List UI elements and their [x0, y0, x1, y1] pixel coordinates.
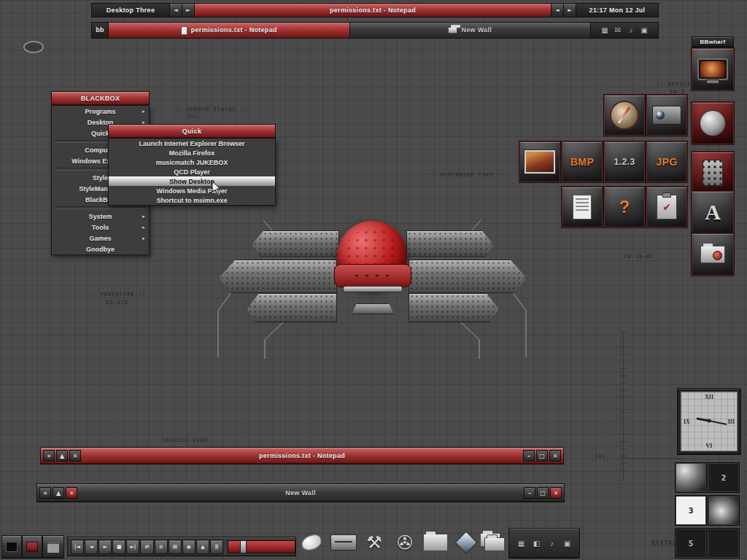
wharf-letter-a-icon[interactable]: A — [692, 191, 734, 233]
jpg-tile[interactable]: JPG — [646, 141, 687, 182]
task-notepad[interactable]: permissions.txt - Notepad — [109, 23, 350, 38]
corner-window-tile[interactable] — [42, 535, 64, 559]
pager-desktop-4[interactable] — [708, 495, 740, 526]
wharf-monitor-icon[interactable] — [692, 48, 734, 90]
maximize-button[interactable]: □ — [536, 450, 548, 462]
media-next-button[interactable]: ►| — [126, 540, 139, 554]
pager-desktop-5[interactable]: 5 — [675, 528, 707, 559]
submenu-item-msimn[interactable]: Shortcut to msimn.exe — [109, 195, 275, 205]
submenu-item-ie[interactable]: Launch Internet Explorer Browser — [109, 139, 275, 148]
dock-folder[interactable] — [422, 526, 449, 559]
tray-display-icon[interactable]: ▦ — [600, 25, 611, 36]
window-next-button[interactable]: ► — [563, 4, 576, 17]
menu-separator — [55, 206, 145, 209]
media-shuffle-button[interactable]: ⇄ — [140, 540, 153, 554]
task-new-wall[interactable]: New Wall — [350, 23, 592, 38]
photo-tile[interactable] — [519, 141, 560, 182]
menu-item-goodbye[interactable]: Goodbye — [52, 244, 149, 254]
document-tile[interactable] — [562, 187, 603, 228]
window-notepad-titlebar[interactable]: permissions.txt - Notepad » ▲ ✕ – □ ✕ — [40, 447, 564, 464]
tray-audio-icon[interactable]: ♪ — [546, 538, 557, 549]
submenu-item-show-desktop[interactable]: Show Desktop — [109, 176, 275, 186]
submenu-item-qcd[interactable]: QCD Player — [109, 167, 275, 176]
clock-label: 21:17 Mon 12 Jul — [576, 4, 658, 17]
wharf-browser-icon[interactable] — [692, 102, 734, 144]
pager-desktop-6[interactable] — [708, 528, 740, 559]
dock-drive[interactable] — [330, 526, 357, 559]
window-menu-button[interactable]: ✕ — [66, 487, 77, 499]
letter-a-icon: A — [705, 200, 721, 225]
tray-network-icon[interactable]: ▣ — [639, 25, 650, 36]
window-new-wall-titlebar[interactable]: New Wall » ▲ ✕ – □ ✕ — [36, 483, 565, 502]
window-stick-button[interactable]: » — [39, 487, 51, 499]
media-record-button[interactable]: ◉ — [182, 540, 196, 554]
minimize-button[interactable]: – — [523, 450, 535, 462]
robot-trim — [343, 286, 403, 292]
volume-slider[interactable] — [228, 540, 295, 553]
workspace-next-button[interactable]: ► — [182, 4, 195, 17]
submenu-item-firefox[interactable]: Mozilla Firefox — [109, 148, 275, 158]
submenu-item-jukebox[interactable]: musicmatch JUKEBOX — [109, 158, 275, 167]
projector-tile[interactable] — [646, 95, 687, 136]
media-play-button[interactable]: ► — [98, 540, 112, 554]
tray-volume-icon[interactable]: ♪ — [626, 25, 637, 36]
clock-widget: XII III VI IX — [677, 388, 741, 455]
task-label: permissions.txt - Notepad — [191, 27, 277, 34]
close-button[interactable]: ✕ — [549, 450, 561, 462]
pager-desktop-2[interactable]: 2 — [708, 462, 740, 493]
dock-sculpture[interactable] — [298, 526, 325, 559]
media-prev-button[interactable]: |◄ — [71, 540, 84, 554]
workspace-prev-button[interactable]: ◄ — [170, 4, 182, 17]
compass-tile[interactable] — [604, 95, 645, 136]
window-title: permissions.txt - Notepad — [41, 453, 563, 459]
folder-icon — [448, 27, 457, 34]
corner-screen-tile[interactable] — [1, 535, 22, 559]
ruler-value-label: 241 — [595, 454, 606, 459]
media-playlist-button[interactable]: ≡ — [155, 540, 168, 554]
pager-desktop-1[interactable] — [675, 462, 707, 493]
media-library-button[interactable]: ▤ — [169, 540, 182, 554]
clipboard-tile[interactable]: ✔ — [646, 187, 687, 228]
window-menu-button[interactable]: ✕ — [69, 450, 81, 462]
window-prev-button[interactable]: ◄ — [551, 4, 563, 17]
black-screen-icon — [6, 542, 18, 552]
tray-display-icon[interactable]: ▣ — [562, 538, 573, 549]
slider-knob[interactable] — [240, 540, 247, 553]
bmp-tile[interactable]: BMP — [562, 141, 603, 182]
pager-desktop-3[interactable]: 3 — [675, 495, 707, 526]
dock-reel[interactable]: ✇ — [391, 526, 419, 559]
close-button[interactable]: ✕ — [550, 487, 562, 499]
minimize-button[interactable]: – — [524, 487, 535, 499]
corner-red-tile[interactable] — [22, 535, 42, 559]
projector-icon — [652, 106, 681, 125]
calc-tile[interactable]: 1.2.3 — [604, 141, 645, 182]
window-stick-button[interactable]: » — [43, 450, 55, 462]
maximize-button[interactable]: □ — [537, 487, 549, 499]
media-rewind-button[interactable]: ◄ — [85, 540, 98, 554]
bb-button[interactable]: bb — [92, 23, 109, 38]
menu-item-games[interactable]: Games► — [52, 233, 149, 244]
tray-mail-icon[interactable]: ✉ — [613, 25, 624, 36]
tray-screen-icon[interactable]: ▦ — [516, 538, 527, 549]
media-eject-button[interactable]: ▲ — [196, 540, 209, 554]
dock-crystal[interactable] — [452, 526, 480, 559]
robot-panel — [252, 230, 339, 257]
clock-face: XII III VI IX — [681, 392, 738, 451]
wharf-folder-icon[interactable] — [692, 233, 734, 276]
dock-folders[interactable] — [479, 526, 508, 559]
help-tile[interactable]: ? — [604, 187, 645, 228]
dock-tools[interactable]: ⚒ — [360, 526, 388, 559]
tray-panel-icon[interactable]: ◧ — [531, 538, 542, 549]
media-options-button[interactable]: ≣ — [210, 540, 223, 554]
menu-item-system[interactable]: System► — [52, 211, 149, 222]
workspace-label[interactable]: Desktop Three — [92, 4, 170, 17]
jpg-icon: JPG — [656, 156, 678, 168]
wharf-keypad-icon[interactable] — [692, 152, 734, 194]
window-shade-button[interactable]: ▲ — [53, 487, 64, 499]
window-shade-button[interactable]: ▲ — [56, 450, 68, 462]
media-stop-button[interactable]: ■ — [112, 540, 125, 554]
menu-item-tools[interactable]: Tools► — [52, 222, 149, 233]
submenu-item-wmp[interactable]: Windows Media Player — [109, 186, 275, 195]
robot-panel — [409, 293, 499, 322]
menu-item-programs[interactable]: Programs► — [52, 106, 149, 117]
